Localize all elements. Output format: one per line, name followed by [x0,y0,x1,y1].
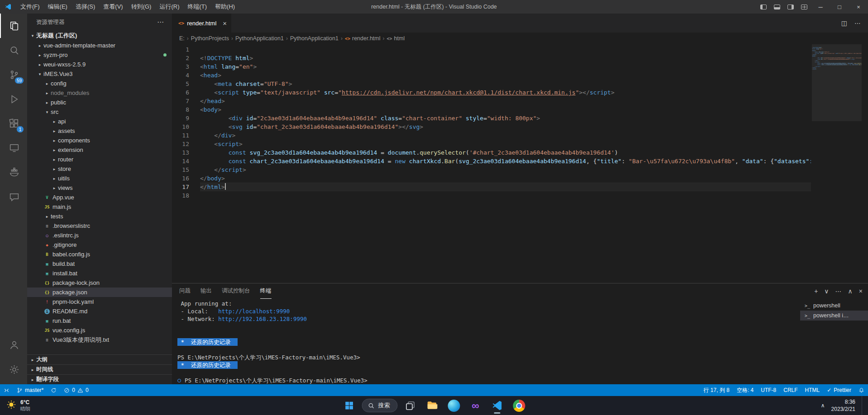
sync-status[interactable] [47,384,60,396]
line-number[interactable]: 11 [172,131,189,140]
git-branch-status[interactable]: master* [13,384,47,396]
code-line[interactable]: const svg_2c3ae03d1a604ebaae4ab4b9ea196d… [200,148,811,157]
tree-item[interactable]: ▸config [27,79,172,88]
code-line[interactable]: <html lang="en"> [200,62,811,71]
tree-item[interactable]: ▸extension [27,145,172,155]
taskbar-clock[interactable]: 8:36 2023/2/21 [831,398,855,413]
notifications-bell[interactable] [855,384,868,396]
tree-item[interactable]: ○.eslintrc.js [27,231,172,240]
close-panel-icon[interactable]: × [859,288,863,295]
panel-tab-0[interactable]: 问题 [179,283,191,299]
tab-render-html[interactable]: <> render.html × [172,14,231,33]
weather-widget[interactable]: 6°C 晴朗 [0,399,100,412]
line-number[interactable]: 7 [172,97,189,105]
source-control-button[interactable]: 59 [0,62,27,87]
tree-item[interactable]: ▸assets [27,126,172,136]
vertical-scrollbar[interactable] [862,44,868,283]
minimap[interactable]: <!DOCTYPE html><html lang="en"><head> <m… [812,44,862,283]
tree-item[interactable]: ▸api [27,117,172,126]
tree-item[interactable]: !pnpm-lock.yaml [27,297,172,307]
problems-status[interactable]: 0 0 [60,384,92,396]
code-editor[interactable]: 123456789101112131415161718 <!DOCTYPE ht… [172,44,868,283]
toggle-secondary-sidebar-icon[interactable] [784,0,797,14]
tree-item[interactable]: ▾iMES.Vue3 [27,69,172,79]
task-view-button[interactable] [401,396,420,415]
line-number[interactable]: 5 [172,80,189,88]
tray-chevron-icon[interactable]: ∧ [821,402,825,409]
tree-item[interactable]: ▸vue-admin-template-master [27,41,172,50]
code-line[interactable]: <meta charset="UTF-8"> [200,80,811,88]
tree-item[interactable]: ≡.browserslistrc [27,221,172,231]
menu-item-6[interactable]: 终端(T) [183,0,211,14]
workspace-root[interactable]: ▾ 无标题 (工作区) [27,31,172,41]
menu-item-2[interactable]: 选择(S) [72,0,99,14]
panel-tab-1[interactable]: 输出 [200,283,212,299]
tree-item[interactable]: ≡Vue3版本使用说明.txt [27,335,172,344]
editor-more-actions-icon[interactable]: ⋯ [854,19,861,27]
tree-item[interactable]: ▸views [27,183,172,193]
breadcrumb-item[interactable]: PythonApplication1 [235,35,284,42]
tree-item[interactable]: ▸node_modules [27,88,172,98]
menu-item-5[interactable]: 运行(R) [155,0,183,14]
close-tab-icon[interactable]: × [223,19,227,27]
toggle-sidebar-icon[interactable] [757,0,770,14]
tree-item[interactable]: ▸public [27,98,172,107]
line-number[interactable]: 13 [172,148,189,157]
line-number[interactable]: 4 [172,71,189,80]
terminal-dropdown-icon[interactable]: ∨ [824,288,829,295]
docker-button[interactable] [0,160,27,184]
line-number[interactable]: 18 [172,191,189,200]
sidebar-section-0[interactable]: ▸大纲 [27,354,172,364]
code-line[interactable]: <script type="text/javascript" src="http… [200,88,811,97]
code-line[interactable]: <body> [200,105,811,114]
terminal[interactable]: App running at: - Local: http://localhos… [172,299,800,384]
menu-item-4[interactable]: 转到(G) [127,0,156,14]
remote-indicator[interactable] [0,384,13,396]
terminal-link[interactable]: http://192.168.23.128:9990 [218,315,307,323]
indentation-status[interactable]: 空格: 4 [733,384,757,396]
maximize-panel-icon[interactable]: ∧ [848,288,853,295]
code-line[interactable]: <head> [200,71,811,80]
line-number[interactable]: 16 [172,174,189,183]
files-button[interactable] [0,14,27,38]
language-mode[interactable]: HTML [801,384,824,396]
breadcrumb-item[interactable]: E: [179,35,185,42]
line-number[interactable]: 9 [172,114,189,123]
edge-button[interactable] [445,396,463,415]
account-button[interactable] [0,333,27,357]
terminal-link[interactable]: http://localhost:9990 [218,307,290,315]
settings-gear-button[interactable] [0,357,27,382]
encoding-status[interactable]: UTF-8 [757,384,780,396]
line-number[interactable]: 1 [172,45,189,54]
split-editor-icon[interactable]: ◫ [841,19,847,27]
tree-item[interactable]: iREADME.md [27,307,172,316]
menu-item-0[interactable]: 文件(F) [16,0,44,14]
start-button[interactable] [340,396,358,415]
maximize-button[interactable]: □ [830,0,849,14]
terminal-list-item[interactable]: >_powershell i… [800,311,868,321]
line-number[interactable]: 2 [172,54,189,62]
breadcrumb-item[interactable]: PythonApplication1 [290,35,339,42]
close-button[interactable]: × [849,0,868,14]
toggle-panel-icon[interactable] [770,0,784,14]
code-line[interactable]: </html> [200,183,811,191]
tree-item[interactable]: JSvue.config.js [27,325,172,335]
show-desktop-strip[interactable] [862,396,863,415]
minimize-button[interactable]: ─ [811,0,830,14]
new-terminal-icon[interactable]: + [814,288,818,295]
line-number[interactable]: 12 [172,140,189,148]
file-explorer-button[interactable] [423,396,441,415]
sidebar-section-1[interactable]: ▸时间线 [27,364,172,374]
tree-item[interactable]: ▸tests [27,212,172,221]
tree-item[interactable]: ▸components [27,136,172,145]
code-line[interactable]: <svg id="chart_2c3ae03d1a604ebaae4ab4b9e… [200,123,811,131]
vscode-button[interactable] [488,396,506,415]
eol-status[interactable]: CRLF [780,384,801,396]
tree-item[interactable]: ◆.gitignore [27,240,172,250]
line-number[interactable]: 17 [172,183,189,191]
panel-tab-2[interactable]: 调试控制台 [222,283,250,299]
feedback-button[interactable] [0,184,27,209]
menu-item-7[interactable]: 帮助(H) [211,0,239,14]
sidebar-section-2[interactable]: ▸翻译字段 [27,374,172,384]
tree-item[interactable]: {}package.json [27,288,172,297]
